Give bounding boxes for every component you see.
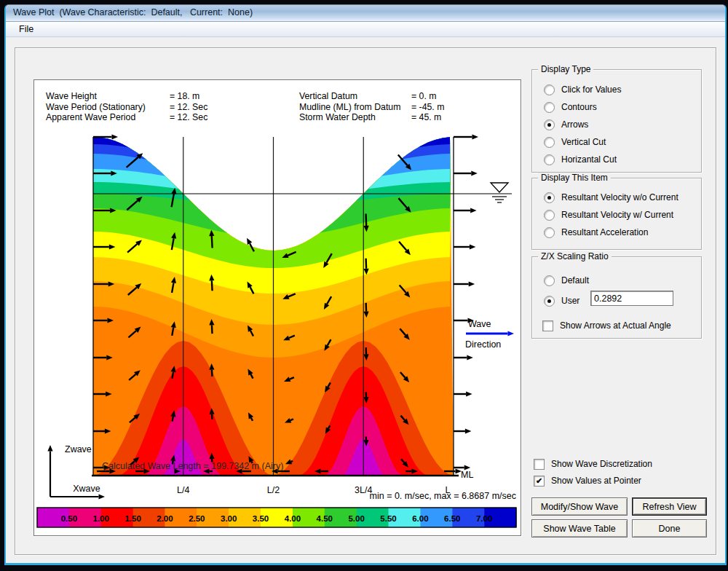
velocity-arrow bbox=[454, 281, 475, 286]
velocity-arrow bbox=[50, 494, 105, 499]
radio-scaling-user[interactable]: User bbox=[544, 295, 579, 307]
colorbar-label: 1.00 bbox=[93, 514, 109, 523]
group-display-item-legend: Display This Item bbox=[538, 173, 611, 183]
wave-plot-svg[interactable]: Wave Height= 18. mWave Period (Stationar… bbox=[34, 80, 521, 535]
title-bar[interactable]: Wave Plot (Wave Characteristic: Default,… bbox=[6, 5, 725, 22]
dialog-client-area: Wave Height= 18. mWave Period (Stationar… bbox=[6, 37, 725, 563]
radio-scaling-default[interactable]: Default bbox=[544, 275, 589, 286]
modify-show-wave-button[interactable]: Modify/Show Wave bbox=[531, 497, 628, 516]
velocity-arrow bbox=[466, 331, 514, 336]
wave-plot-canvas[interactable]: Wave Height= 18. mWave Period (Stationar… bbox=[33, 79, 521, 536]
colorbar-label: 3.50 bbox=[253, 514, 269, 523]
radio-icon[interactable] bbox=[544, 154, 555, 165]
radio-icon[interactable] bbox=[544, 227, 555, 238]
radio-icon[interactable] bbox=[544, 102, 555, 113]
radio-contours[interactable]: Contours bbox=[544, 101, 597, 113]
colorbar-label: 4.00 bbox=[285, 514, 301, 523]
group-scaling-legend: Z/X Scaling Ratio bbox=[538, 251, 612, 261]
screen: Wave Plot (Wave Characteristic: Default,… bbox=[0, 0, 728, 571]
minmax-label: min = 0. m/sec, max = 6.8687 m/sec bbox=[370, 491, 516, 501]
radio-icon[interactable] bbox=[544, 84, 555, 95]
velocity-arrow bbox=[454, 355, 473, 360]
checkbox-values-at-pointer[interactable]: ✔ Show Values at Pointer bbox=[534, 475, 641, 487]
header-value: = 12. Sec bbox=[170, 112, 207, 122]
colorbar-label: 7.00 bbox=[476, 514, 492, 523]
colorbar-label: 2.50 bbox=[189, 514, 205, 523]
header-value: = 0. m bbox=[411, 91, 437, 101]
colorbar-label: 5.50 bbox=[380, 514, 396, 523]
colorbar-label: 1.50 bbox=[124, 514, 141, 523]
checkbox-wave-discretization[interactable]: Show Wave Discretization bbox=[534, 458, 652, 470]
radio-vertical-cut[interactable]: Vertical Cut bbox=[544, 136, 606, 148]
checkbox-arrows-actual-angle[interactable]: Show Arrows at Actual Angle bbox=[542, 320, 671, 331]
colorbar-label: 4.50 bbox=[317, 514, 333, 523]
colorbar-label: 5.00 bbox=[348, 514, 364, 523]
velocity-arrow bbox=[454, 428, 471, 433]
header-value: = 45. m bbox=[411, 112, 441, 122]
header-label: Wave Height bbox=[46, 91, 98, 101]
group-scaling-ratio: Z/X Scaling Ratio Default User Show Arro… bbox=[531, 256, 702, 339]
x-tick-label: L/2 bbox=[267, 485, 280, 495]
mudline-label: ML bbox=[461, 470, 473, 480]
radio-click-for-values[interactable]: Click for Values bbox=[544, 84, 621, 95]
radio-arrows[interactable]: Arrows bbox=[544, 119, 588, 130]
header-label: Wave Period (Stationary) bbox=[46, 102, 146, 112]
group-display-type-legend: Display Type bbox=[538, 64, 593, 74]
colorbar-label: 0.50 bbox=[61, 514, 77, 523]
radio-icon[interactable] bbox=[544, 210, 555, 221]
x-tick-label: L/4 bbox=[177, 485, 189, 495]
menu-file[interactable]: File bbox=[13, 23, 39, 35]
group-display-item: Display This Item Resultant Velocity w/o… bbox=[531, 178, 702, 250]
radio-icon-selected[interactable] bbox=[544, 296, 555, 307]
menu-bar: File bbox=[6, 22, 725, 37]
xwave-axis-label: Xwave bbox=[73, 484, 100, 494]
wave-plot-window: Wave Plot (Wave Characteristic: Default,… bbox=[4, 4, 727, 565]
radio-velocity-w-current[interactable]: Resultant Velocity w/ Current bbox=[544, 209, 673, 221]
velocity-arrow bbox=[454, 134, 478, 139]
checkbox-icon[interactable] bbox=[534, 459, 545, 470]
radio-icon-selected[interactable] bbox=[544, 119, 555, 130]
wave-direction-label: Wave bbox=[468, 319, 491, 329]
velocity-arrow bbox=[454, 244, 475, 249]
checkbox-icon[interactable] bbox=[542, 320, 553, 331]
header-label: Apparent Wave Period bbox=[46, 112, 135, 122]
radio-velocity-wo-current[interactable]: Resultant Velocity w/o Current bbox=[544, 192, 678, 203]
header-label: Vertical Datum bbox=[299, 91, 357, 101]
radio-icon-selected[interactable] bbox=[544, 192, 555, 203]
x-tick-label: 3L/4 bbox=[355, 485, 372, 495]
refresh-view-button[interactable]: Refresh View bbox=[632, 497, 707, 516]
radio-icon[interactable] bbox=[544, 275, 555, 286]
colorbar-label: 2.00 bbox=[157, 514, 173, 523]
zwave-axis-label: Zwave bbox=[65, 444, 92, 454]
velocity-arrow bbox=[454, 391, 472, 396]
scaling-ratio-input[interactable] bbox=[590, 291, 673, 306]
header-value: = 18. m bbox=[170, 91, 199, 101]
colorbar-label: 3.00 bbox=[221, 514, 237, 523]
velocity-arrow bbox=[454, 208, 477, 213]
calc-wave-length-label: Calculated Wave Length = 199.7342 m (Air… bbox=[102, 461, 283, 471]
colorbar-label: 6.50 bbox=[444, 514, 460, 523]
header-label: Mudline (ML) from Datum bbox=[299, 102, 400, 112]
header-value: = -45. m bbox=[411, 102, 444, 112]
radio-horizantal-cut[interactable]: Horizantal Cut bbox=[544, 154, 617, 165]
checkbox-icon-checked[interactable]: ✔ bbox=[534, 476, 545, 487]
x-tick-label: L bbox=[446, 485, 451, 495]
velocity-arrow bbox=[454, 170, 478, 176]
colorbar-label: 6.00 bbox=[412, 514, 428, 523]
velocity-arrow bbox=[47, 445, 52, 497]
header-label: Storm Water Depth bbox=[299, 112, 376, 122]
window-title: Wave Plot (Wave Characteristic: Default,… bbox=[13, 7, 253, 17]
group-display-type: Display Type Click for Values Contours A… bbox=[531, 69, 702, 173]
done-button[interactable]: Done bbox=[632, 519, 707, 537]
show-wave-table-button[interactable]: Show Wave Table bbox=[531, 519, 628, 537]
wave-direction-label: Direction bbox=[465, 339, 501, 350]
header-value: = 12. Sec bbox=[170, 102, 207, 112]
radio-acceleration[interactable]: Resultant Acceleration bbox=[544, 227, 648, 238]
radio-icon[interactable] bbox=[544, 137, 555, 148]
water-level-icon bbox=[491, 183, 508, 192]
